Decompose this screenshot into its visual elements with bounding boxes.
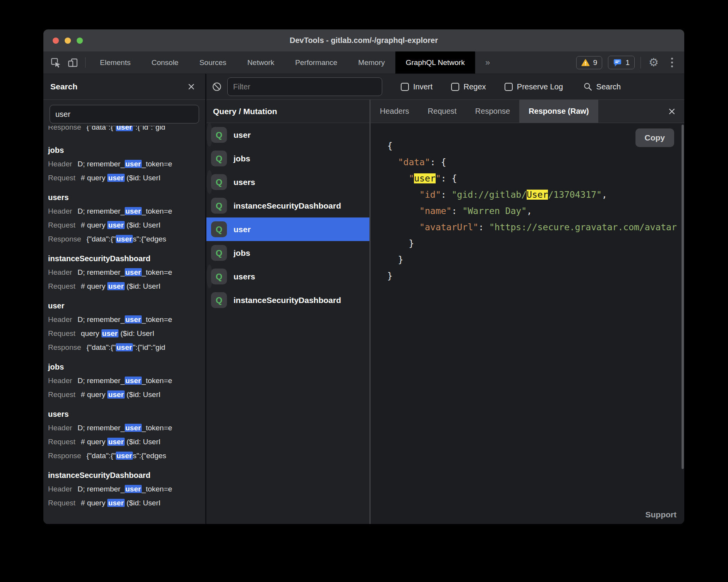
tab-sources[interactable]: Sources bbox=[189, 51, 237, 74]
search-result-title: instanceSecurityDashboard bbox=[48, 470, 205, 480]
settings-gear-icon[interactable]: ⚙ bbox=[647, 57, 661, 68]
inspect-element-icon[interactable] bbox=[47, 51, 64, 74]
titlebar: DevTools - gitlab.com/-/graphql-explorer bbox=[43, 29, 684, 51]
query-list-panel: Query / Mutation QuserQjobsQusersQinstan… bbox=[206, 100, 371, 524]
filter-search-button[interactable]: Search bbox=[583, 82, 621, 91]
query-row-instanceSecurityDashboard[interactable]: QinstanceSecurityDashboard bbox=[206, 194, 369, 217]
search-result-line[interactable]: Request# query user ($id: UserI bbox=[48, 390, 205, 400]
tab-console[interactable]: Console bbox=[141, 51, 189, 74]
maximize-window-button[interactable] bbox=[77, 38, 83, 44]
query-type-icon: Q bbox=[211, 127, 227, 143]
search-result-line-label: Header bbox=[48, 268, 72, 276]
toolbar-divider bbox=[85, 57, 86, 68]
search-result-line[interactable]: HeaderD; remember_user_token=e bbox=[48, 376, 205, 386]
query-row-user[interactable]: Quser bbox=[206, 217, 369, 241]
search-result-line-label: Header bbox=[48, 207, 72, 215]
search-input[interactable] bbox=[50, 105, 199, 123]
clipped-result-line[interactable]: Response{"data":{"user":{"id":"gid bbox=[48, 126, 205, 136]
search-result-line[interactable]: Request# query user ($id: UserI bbox=[48, 173, 205, 183]
preserve-log-checkbox[interactable]: Preserve Log bbox=[505, 82, 563, 91]
search-result-line[interactable]: HeaderD; remember_user_token=e bbox=[48, 159, 205, 169]
search-result-entry[interactable]: usersHeaderD; remember_user_token=eReque… bbox=[48, 409, 205, 461]
search-result-entry[interactable]: instanceSecurityDashboardHeaderD; rememb… bbox=[48, 470, 205, 508]
query-type-icon: Q bbox=[211, 221, 227, 237]
devtools-window: DevTools - gitlab.com/-/graphql-explorer… bbox=[43, 29, 684, 524]
json-line: "data": { bbox=[387, 154, 684, 170]
devtools-toolbar: Elements Console Sources Network Perform… bbox=[43, 51, 684, 74]
search-result-entry[interactable]: userHeaderD; remember_user_token=eReques… bbox=[48, 301, 205, 353]
search-result-line[interactable]: Response{"data":{"users":{"edges bbox=[48, 451, 205, 461]
search-result-title: jobs bbox=[48, 362, 205, 372]
tab-graphql-network[interactable]: GraphQL Network bbox=[395, 51, 475, 74]
search-result-line[interactable]: Response{"data":{"users":{"edges bbox=[48, 234, 205, 244]
tab-performance[interactable]: Performance bbox=[285, 51, 348, 74]
search-result-line[interactable]: Requestquery user ($id: UserI bbox=[48, 329, 205, 339]
query-list-title: Query / Mutation bbox=[213, 107, 277, 116]
search-result-line-label: Response bbox=[48, 235, 81, 243]
checkbox-label: Preserve Log bbox=[517, 82, 563, 91]
search-result-line-label: Response bbox=[48, 452, 81, 460]
tab-network[interactable]: Network bbox=[237, 51, 285, 74]
search-result-line-label: Request bbox=[48, 221, 76, 229]
tab-headers[interactable]: Headers bbox=[371, 100, 419, 123]
close-response-panel-icon[interactable] bbox=[668, 100, 684, 123]
query-row-jobs[interactable]: Qjobs bbox=[206, 147, 369, 170]
search-result-line[interactable]: HeaderD; remember_user_token=e bbox=[48, 484, 205, 494]
search-result-line[interactable]: Request# query user ($id: UserI bbox=[48, 281, 205, 291]
traffic-lights bbox=[53, 29, 83, 51]
close-window-button[interactable] bbox=[53, 38, 59, 44]
query-list-header: Query / Mutation bbox=[206, 100, 369, 123]
device-toolbar-icon[interactable] bbox=[64, 51, 81, 74]
search-result-line[interactable]: HeaderD; remember_user_token=e bbox=[48, 423, 205, 433]
query-row-label: users bbox=[234, 272, 255, 281]
tab-response-raw[interactable]: Response (Raw) bbox=[519, 100, 598, 123]
query-row-instanceSecurityDashboard[interactable]: QinstanceSecurityDashboard bbox=[206, 288, 369, 312]
messages-badge[interactable]: 1 bbox=[608, 56, 635, 69]
kebab-menu-icon[interactable] bbox=[666, 58, 677, 67]
search-result-line-label: Request bbox=[48, 174, 76, 182]
search-result-line[interactable]: HeaderD; remember_user_token=e bbox=[48, 315, 205, 325]
query-row-users[interactable]: Qusers bbox=[206, 265, 213, 288]
vertical-scrollbar[interactable] bbox=[682, 125, 684, 469]
search-result-line[interactable]: HeaderD; remember_user_token=e bbox=[48, 206, 205, 216]
tab-request[interactable]: Request bbox=[419, 100, 466, 123]
more-tabs-button[interactable]: » bbox=[475, 51, 500, 74]
issues-badge[interactable]: 9 bbox=[576, 56, 603, 69]
search-result-line-label: Request bbox=[48, 438, 76, 446]
support-link[interactable]: Support bbox=[646, 510, 676, 519]
search-result-line-label: Header bbox=[48, 377, 72, 385]
invert-checkbox[interactable]: Invert bbox=[401, 82, 433, 91]
search-result-entry[interactable]: jobsHeaderD; remember_user_token=eReques… bbox=[48, 145, 205, 183]
search-result-line[interactable]: Request# query user ($id: UserI bbox=[48, 220, 205, 230]
query-row-label: instanceSecurityDashboard bbox=[234, 296, 341, 305]
copy-button[interactable]: Copy bbox=[635, 128, 675, 147]
query-row-jobs[interactable]: Qjobs bbox=[206, 241, 369, 265]
regex-checkbox[interactable]: Regex bbox=[451, 82, 486, 91]
close-search-panel-icon[interactable] bbox=[187, 83, 195, 91]
query-row-label: user bbox=[234, 225, 251, 234]
filter-input[interactable] bbox=[227, 77, 382, 96]
search-result-line[interactable]: HeaderD; remember_user_token=e bbox=[48, 267, 205, 277]
tab-elements[interactable]: Elements bbox=[89, 51, 141, 74]
search-result-entry[interactable]: usersHeaderD; remember_user_token=eReque… bbox=[48, 192, 205, 244]
query-row-users[interactable]: Qusers bbox=[206, 170, 213, 194]
search-result-line[interactable]: Response{"data":{"user":{"id":"gid bbox=[48, 126, 205, 132]
search-result-line-label: Header bbox=[48, 315, 72, 324]
clear-icon[interactable] bbox=[212, 82, 222, 92]
json-content: { "data": { "user": { "id": "gid://gitla… bbox=[387, 138, 684, 284]
search-result-title: jobs bbox=[48, 145, 205, 155]
search-result-entry[interactable]: instanceSecurityDashboardHeaderD; rememb… bbox=[48, 253, 205, 291]
tab-memory[interactable]: Memory bbox=[348, 51, 395, 74]
search-result-line[interactable]: Request# query user ($id: UserI bbox=[48, 498, 205, 508]
query-type-icon: Q bbox=[211, 198, 227, 214]
query-type-icon: Q bbox=[211, 292, 227, 308]
issues-count: 9 bbox=[593, 58, 598, 67]
search-result-entry[interactable]: jobsHeaderD; remember_user_token=eReques… bbox=[48, 362, 205, 400]
search-result-line[interactable]: Request# query user ($id: UserI bbox=[48, 437, 205, 447]
search-result-line-label: Header bbox=[48, 424, 72, 432]
minimize-window-button[interactable] bbox=[65, 38, 71, 44]
tab-response[interactable]: Response bbox=[466, 100, 519, 123]
filter-bar: Invert Regex Preserve Log Search bbox=[206, 74, 684, 100]
search-result-line[interactable]: Response{"data":{"user":{"id":"gid bbox=[48, 342, 205, 353]
query-row-user[interactable]: Quser bbox=[206, 123, 213, 147]
